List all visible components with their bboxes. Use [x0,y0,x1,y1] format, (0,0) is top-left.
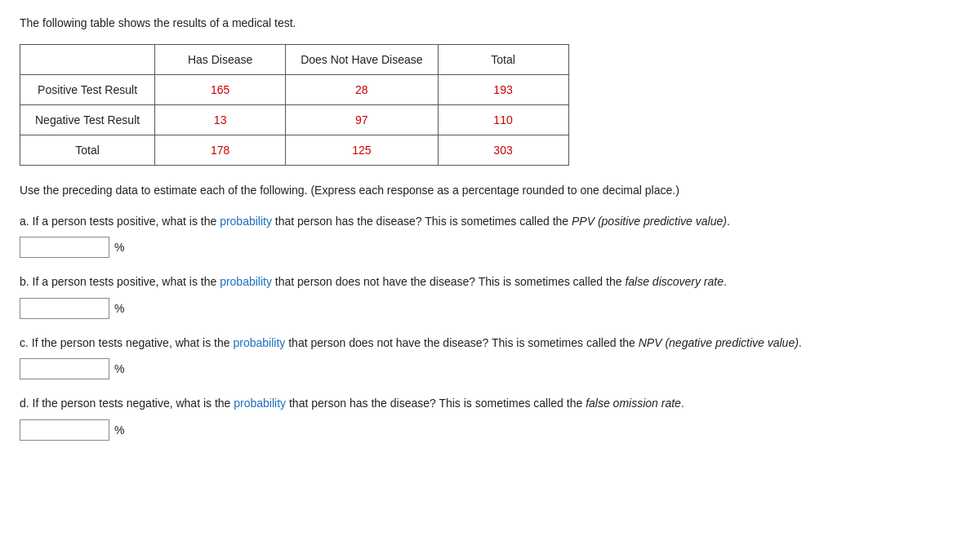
table-cell-1-0: 13 [155,105,286,135]
answer-input-a[interactable] [20,237,109,258]
answer-input-row-b: % [20,298,960,319]
percent-label-c: % [114,362,124,375]
col-header-not-have-disease: Does Not Have Disease [286,45,438,75]
table-row-label-1: Negative Test Result [20,105,155,135]
question-block-b: b. If a person tests positive, what is t… [20,273,960,318]
question-block-a: a. If a person tests positive, what is t… [20,212,960,258]
percent-label-d: % [114,423,124,437]
answer-input-row-a: % [20,237,960,258]
table-cell-1-2: 110 [438,105,568,135]
answer-input-row-c: % [20,358,960,379]
percent-label-a: % [114,241,124,254]
table-cell-0-0: 165 [155,75,286,105]
answer-input-b[interactable] [20,298,109,319]
table-cell-0-1: 28 [286,75,438,105]
answer-input-d[interactable] [20,419,109,441]
table-cell-2-0: 178 [155,135,286,166]
table-cell-0-2: 193 [438,75,568,105]
table-corner-cell [20,45,155,75]
percent-label-b: % [114,302,124,315]
question-block-c: c. If the person tests negative, what is… [20,334,960,379]
use-text: Use the preceding data to estimate each … [20,182,960,199]
intro-text: The following table shows the results of… [20,16,960,29]
table-row-label-2: Total [20,135,155,166]
data-table: Has Disease Does Not Have Disease Total … [20,44,569,166]
col-header-total: Total [438,45,568,75]
question-text-c: c. If the person tests negative, what is… [20,334,960,352]
table-cell-2-1: 125 [286,135,438,166]
question-text-b: b. If a person tests positive, what is t… [20,273,960,290]
question-text-d: d. If the person tests negative, what is… [20,394,960,412]
question-text-a: a. If a person tests positive, what is t… [20,212,960,230]
answer-input-row-d: % [20,419,960,441]
answer-input-c[interactable] [20,358,109,379]
table-row-label-0: Positive Test Result [20,75,155,105]
questions-container: a. If a person tests positive, what is t… [20,212,960,441]
table-cell-1-1: 97 [286,105,438,135]
table-cell-2-2: 303 [438,135,568,166]
question-block-d: d. If the person tests negative, what is… [20,394,960,440]
col-header-has-disease: Has Disease [155,45,286,75]
